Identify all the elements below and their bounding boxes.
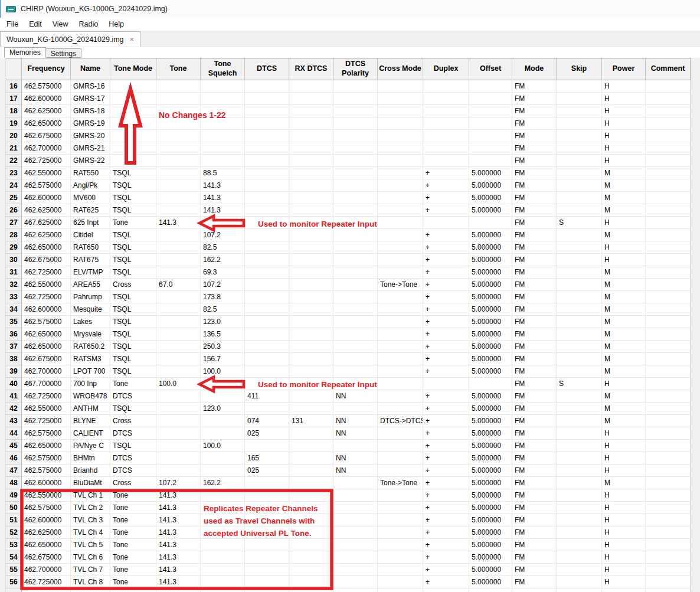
grid-cell[interactable] <box>333 403 378 415</box>
grid-cell[interactable]: 462.725000 <box>22 155 71 167</box>
grid-cell[interactable] <box>201 502 245 514</box>
grid-cell[interactable]: 5.000000 <box>469 440 512 452</box>
grid-cell[interactable] <box>557 403 602 415</box>
grid-cell[interactable]: Pahrump <box>71 291 110 303</box>
grid-cell[interactable] <box>557 179 602 192</box>
grid-cell[interactable] <box>289 341 333 353</box>
grid-cell[interactable] <box>245 514 289 526</box>
grid-cell[interactable] <box>156 365 201 378</box>
grid-cell[interactable] <box>646 93 691 105</box>
grid-cell[interactable] <box>378 303 423 316</box>
col-header-frequency[interactable]: Frequency <box>22 58 71 80</box>
grid-cell[interactable] <box>378 576 423 588</box>
menu-view[interactable]: View <box>47 19 74 30</box>
grid-cell[interactable]: NN <box>333 465 378 477</box>
grid-cell[interactable]: M <box>602 477 646 489</box>
grid-cell[interactable]: DTCS <box>110 390 156 403</box>
grid-cell[interactable] <box>333 204 378 217</box>
grid-cell[interactable] <box>557 576 602 588</box>
grid-cell[interactable] <box>289 279 333 291</box>
grid-cell[interactable] <box>557 526 602 539</box>
grid-cell[interactable]: 462.550000 <box>22 403 71 415</box>
grid-cell[interactable]: 107.2 <box>156 477 201 489</box>
grid-cell[interactable]: + <box>423 353 469 365</box>
grid-cell[interactable]: H <box>602 502 646 514</box>
grid-cell[interactable]: + <box>423 167 469 179</box>
grid-cell[interactable]: Cross <box>110 279 156 291</box>
grid-cell[interactable] <box>423 142 469 155</box>
grid-cell[interactable]: DTCS->DTCS <box>378 415 423 427</box>
grid-cell[interactable]: Tone <box>110 539 156 551</box>
grid-cell[interactable]: 462.575000 <box>22 465 71 477</box>
grid-cell[interactable] <box>333 502 378 514</box>
grid-cell[interactable]: 462.700000 <box>22 564 71 576</box>
grid-cell[interactable]: 100.0 <box>201 365 245 378</box>
grid-cell[interactable] <box>646 204 691 217</box>
grid-cell[interactable] <box>469 130 512 142</box>
col-header-name[interactable]: Name <box>71 58 110 80</box>
grid-cell[interactable] <box>201 80 245 93</box>
grid-cell[interactable]: TSQL <box>110 341 156 353</box>
grid-cell[interactable]: + <box>423 539 469 551</box>
grid-cell[interactable]: + <box>423 192 469 204</box>
grid-cell[interactable] <box>289 551 333 564</box>
grid-cell[interactable] <box>423 588 469 592</box>
grid-cell[interactable]: 462.600000 <box>22 192 71 204</box>
grid-cell[interactable]: 156.7 <box>201 353 245 365</box>
grid-cell[interactable] <box>646 254 691 266</box>
grid-cell[interactable] <box>156 403 201 415</box>
grid-cell[interactable] <box>289 291 333 303</box>
grid-cell[interactable]: FM <box>512 217 557 229</box>
grid-cell[interactable] <box>245 365 289 378</box>
grid-cell[interactable]: TSQL <box>110 291 156 303</box>
grid-cell[interactable] <box>333 130 378 142</box>
grid-cell[interactable]: + <box>423 316 469 328</box>
grid-cell[interactable] <box>201 514 245 526</box>
grid-cell[interactable]: NN <box>333 415 378 427</box>
grid-cell[interactable] <box>245 254 289 266</box>
grid-cell[interactable]: 88.5 <box>201 167 245 179</box>
grid-cell[interactable] <box>557 440 602 452</box>
grid-cell[interactable]: + <box>423 564 469 576</box>
grid-cell[interactable]: TVL Ch 1 <box>71 489 110 502</box>
col-header-offset[interactable]: Offset <box>469 58 512 80</box>
grid-cell[interactable]: GMRS-20 <box>71 130 110 142</box>
grid-cell[interactable] <box>289 539 333 551</box>
grid-cell[interactable]: 141.3 <box>156 489 201 502</box>
grid-cell[interactable] <box>646 502 691 514</box>
grid-cell[interactable]: H <box>602 465 646 477</box>
grid-cell[interactable]: GMRS-21 <box>71 142 110 155</box>
grid-cell[interactable]: 462.650000 <box>22 539 71 551</box>
grid-cell[interactable]: CALIENT <box>71 427 110 440</box>
grid-cell[interactable]: + <box>423 266 469 279</box>
grid-cell[interactable]: 69.3 <box>201 266 245 279</box>
grid-cell[interactable]: TSQL <box>110 192 156 204</box>
grid-cell[interactable] <box>156 291 201 303</box>
grid-cell[interactable] <box>110 93 156 105</box>
grid-cell[interactable]: H <box>602 514 646 526</box>
grid-cell[interactable] <box>469 117 512 130</box>
grid-cell[interactable]: 5.000000 <box>469 465 512 477</box>
grid-cell[interactable]: + <box>423 204 469 217</box>
grid-cell[interactable] <box>289 117 333 130</box>
grid-cell[interactable] <box>646 440 691 452</box>
grid-cell[interactable] <box>333 551 378 564</box>
grid-cell[interactable]: 462.725000 <box>22 576 71 588</box>
grid-cell[interactable]: 123.0 <box>201 403 245 415</box>
grid-cell[interactable]: 462.625000 <box>22 204 71 217</box>
grid-cell[interactable]: + <box>423 254 469 266</box>
grid-cell[interactable] <box>378 266 423 279</box>
grid-cell[interactable]: FM <box>512 415 557 427</box>
grid-cell[interactable]: 462.575000 <box>22 316 71 328</box>
grid-cell[interactable]: H <box>602 539 646 551</box>
grid-cell[interactable]: DTCS <box>110 427 156 440</box>
grid-cell[interactable] <box>646 588 691 592</box>
grid-cell[interactable] <box>156 415 201 427</box>
grid-cell[interactable] <box>557 204 602 217</box>
grid-cell[interactable]: M <box>602 365 646 378</box>
grid-cell[interactable] <box>423 117 469 130</box>
grid-cell[interactable] <box>245 80 289 93</box>
grid-cell[interactable]: TVL Ch 4 <box>71 526 110 539</box>
grid-cell[interactable] <box>378 365 423 378</box>
grid-cell[interactable] <box>378 155 423 167</box>
